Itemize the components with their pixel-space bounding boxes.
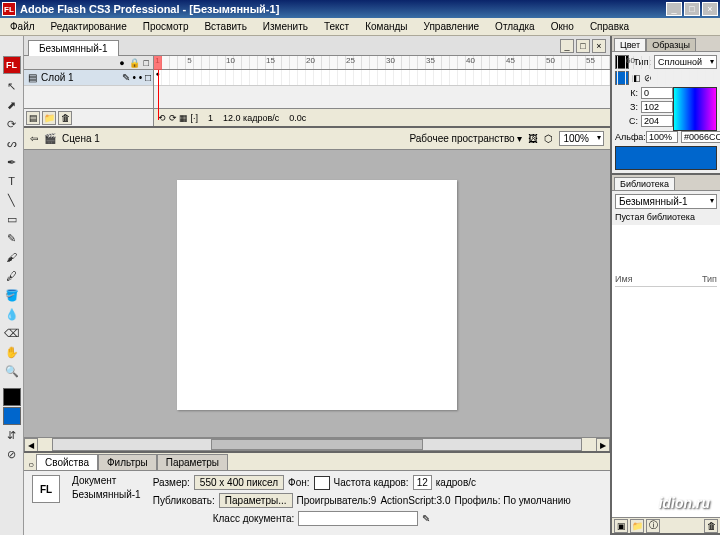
zoom-dropdown[interactable]: 100%	[559, 131, 604, 146]
menu-window[interactable]: Окно	[545, 19, 580, 34]
eyedropper-tool[interactable]: 💧	[3, 305, 21, 323]
frames-track[interactable]	[154, 70, 610, 86]
no-color-icon[interactable]: ⊘	[3, 445, 21, 463]
doc-minimize-button[interactable]: _	[560, 39, 574, 53]
menu-commands[interactable]: Команды	[359, 19, 413, 34]
menu-text[interactable]: Текст	[318, 19, 355, 34]
scroll-right-icon[interactable]: ▶	[596, 438, 610, 452]
helper-icon[interactable]: 🖼	[528, 133, 538, 144]
swap-colors-icon[interactable]: ⇵	[3, 426, 21, 444]
back-icon[interactable]: ⇦	[30, 133, 38, 144]
class-label: Класс документа:	[213, 513, 295, 524]
scroll-left-icon[interactable]: ◀	[24, 438, 38, 452]
tab-parameters[interactable]: Параметры	[157, 454, 228, 470]
menu-edit[interactable]: Редактирование	[45, 19, 133, 34]
lib-properties-button[interactable]: ⓘ	[646, 519, 660, 533]
tab-library[interactable]: Библиотека	[614, 177, 675, 190]
fps-input[interactable]: 12	[413, 475, 432, 490]
delete-symbol-button[interactable]: 🗑	[704, 519, 718, 533]
stage-viewport[interactable]	[24, 150, 610, 437]
close-button[interactable]: ×	[702, 2, 718, 16]
doc-close-button[interactable]: ×	[592, 39, 606, 53]
zoom-tool[interactable]: 🔍	[3, 362, 21, 380]
b-label: С:	[615, 116, 638, 126]
lib-col-type[interactable]: Тип	[702, 274, 717, 284]
fps-display: 12.0 кадров/с	[223, 113, 279, 123]
selection-tool[interactable]: ↖	[3, 77, 21, 95]
stroke-color-swatch[interactable]	[3, 388, 21, 406]
hand-tool[interactable]: ✋	[3, 343, 21, 361]
as-label: ActionScript:3.0	[380, 495, 450, 506]
publish-settings-button[interactable]: Параметры...	[219, 493, 293, 508]
ink-bottle-tool[interactable]: 🖋	[3, 267, 21, 285]
menu-file[interactable]: Файл	[4, 19, 41, 34]
bg-color-swatch[interactable]	[314, 476, 330, 490]
free-transform-tool[interactable]: ⟳	[3, 115, 21, 133]
menu-view[interactable]: Просмотр	[137, 19, 195, 34]
current-frame: 1	[208, 113, 213, 123]
menu-control[interactable]: Управление	[418, 19, 486, 34]
fps-unit: кадров/с	[436, 477, 476, 488]
outline-column-icon[interactable]: □	[144, 58, 149, 68]
layer-row[interactable]: ▤ Слой 1 ✎ • • □	[24, 70, 153, 86]
minimize-button[interactable]: _	[666, 2, 682, 16]
pencil-tool[interactable]: ✎	[3, 229, 21, 247]
doc-restore-button[interactable]: □	[576, 39, 590, 53]
lock-column-icon[interactable]: 🔒	[129, 58, 140, 68]
rectangle-tool[interactable]: ▭	[3, 210, 21, 228]
menu-help[interactable]: Справка	[584, 19, 635, 34]
tab-properties[interactable]: Свойства	[36, 454, 98, 470]
workspace-dropdown[interactable]: Рабочее пространство ▾	[409, 133, 522, 144]
document-tab[interactable]: Безымянный-1	[28, 40, 119, 56]
library-list[interactable]: Имя Тип	[612, 225, 720, 517]
lib-col-name[interactable]: Имя	[615, 274, 702, 284]
g-input[interactable]	[641, 101, 673, 113]
menu-insert[interactable]: Вставить	[198, 19, 252, 34]
timeline-panel: ● 🔒 □ ▤ Слой 1 ✎ • • □ ▤ 📁 🗑 1	[24, 56, 610, 128]
maximize-button[interactable]: □	[684, 2, 700, 16]
new-lib-folder-button[interactable]: 📁	[630, 519, 644, 533]
delete-layer-button[interactable]: 🗑	[58, 111, 72, 125]
lasso-tool[interactable]: ᔕ	[3, 134, 21, 152]
text-tool[interactable]: T	[3, 172, 21, 190]
tab-filters[interactable]: Фильтры	[98, 454, 157, 470]
stage[interactable]	[177, 180, 457, 410]
line-tool[interactable]: ╲	[3, 191, 21, 209]
library-doc-dropdown[interactable]: Безымянный-1	[615, 194, 717, 209]
playhead[interactable]	[154, 56, 162, 70]
new-symbol-button[interactable]: ▣	[614, 519, 628, 533]
eraser-tool[interactable]: ⌫	[3, 324, 21, 342]
horizontal-scrollbar[interactable]: ◀ ▶	[24, 437, 610, 451]
elapsed-time: 0.0с	[289, 113, 306, 123]
fill-color-swatch[interactable]	[3, 407, 21, 425]
properties-panel: ○ Свойства Фильтры Параметры FL Документ…	[24, 451, 610, 535]
menu-debug[interactable]: Отладка	[489, 19, 541, 34]
new-layer-button[interactable]: ▤	[26, 111, 40, 125]
timeline-ruler[interactable]: 1510152025303540455055606570	[154, 56, 610, 70]
tab-swatches[interactable]: Образцы	[646, 38, 696, 51]
scrollbar-thumb[interactable]	[211, 439, 422, 450]
color-type-dropdown[interactable]: Сплошной	[654, 55, 717, 69]
b-input[interactable]	[641, 115, 673, 127]
scene-name[interactable]: Сцена 1	[62, 133, 100, 144]
eye-column-icon[interactable]: ●	[119, 58, 124, 68]
paint-bucket-tool[interactable]: 🪣	[3, 286, 21, 304]
edit-class-icon[interactable]: ✎	[422, 513, 430, 524]
right-panels: Цвет Образцы Тип: Сплошной ◧ ⊘ К: З: С:	[610, 36, 720, 535]
size-button[interactable]: 550 x 400 пиксел	[194, 475, 284, 490]
symbol-icon[interactable]: ⬡	[544, 133, 553, 144]
r-label: К:	[615, 88, 638, 98]
new-folder-button[interactable]: 📁	[42, 111, 56, 125]
tab-color[interactable]: Цвет	[614, 38, 646, 51]
edit-bar: ⇦ 🎬 Сцена 1 Рабочее пространство ▾ 🖼 ⬡ 1…	[24, 128, 610, 150]
color-spectrum[interactable]	[673, 87, 717, 131]
alpha-input[interactable]	[646, 131, 678, 143]
brush-tool[interactable]: 🖌	[3, 248, 21, 266]
hex-input[interactable]	[681, 131, 720, 143]
document-class-input[interactable]	[298, 511, 418, 526]
r-input[interactable]	[641, 87, 673, 99]
pen-tool[interactable]: ✒	[3, 153, 21, 171]
flash-logo-icon: FL	[3, 56, 21, 74]
subselection-tool[interactable]: ⬈	[3, 96, 21, 114]
menu-modify[interactable]: Изменить	[257, 19, 314, 34]
